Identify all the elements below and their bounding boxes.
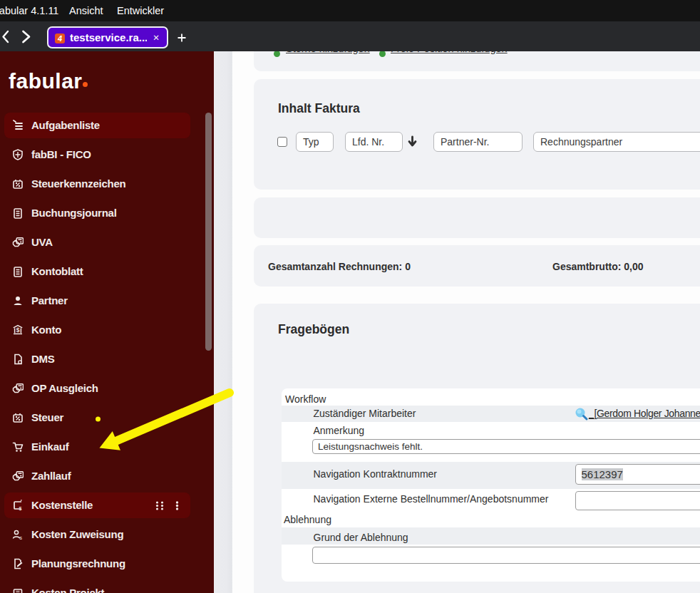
svg-text:s: s [20,535,23,540]
svg-text:$: $ [16,326,20,334]
svg-text:$: $ [19,506,22,511]
